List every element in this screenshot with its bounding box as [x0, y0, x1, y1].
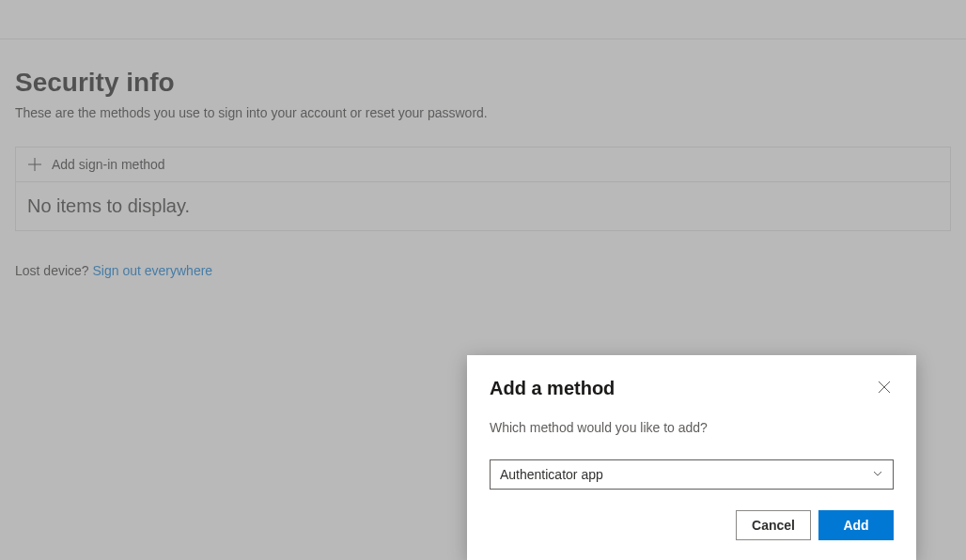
method-select[interactable]: Authenticator app — [490, 459, 894, 490]
dialog-title: Add a method — [490, 378, 615, 399]
chevron-down-icon — [872, 467, 883, 482]
method-select-value: Authenticator app — [500, 467, 603, 482]
add-button[interactable]: Add — [818, 510, 894, 540]
dialog-question: Which method would you like to add? — [490, 420, 894, 435]
close-icon — [878, 381, 891, 394]
add-method-dialog: Add a method Which method would you like… — [467, 355, 916, 560]
dialog-header: Add a method — [490, 378, 894, 399]
close-button[interactable] — [875, 378, 894, 397]
dialog-actions: Cancel Add — [490, 510, 894, 540]
cancel-button[interactable]: Cancel — [736, 510, 811, 540]
